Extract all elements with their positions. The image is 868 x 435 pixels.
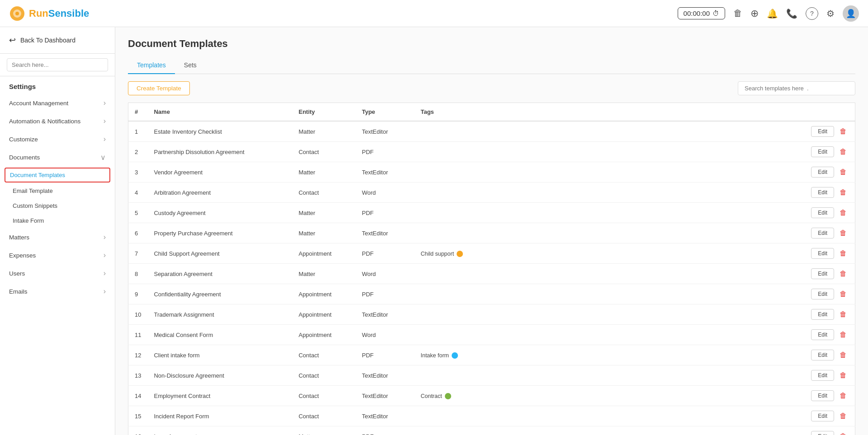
table-row: 14Employment ContractContactTextEditorCo… bbox=[128, 386, 855, 406]
phone-icon[interactable]: 📞 bbox=[786, 8, 797, 19]
logo[interactable]: RunSensible bbox=[9, 5, 89, 22]
cell-num: 11 bbox=[128, 325, 148, 345]
sidebar-item-documents[interactable]: Documents ∨ bbox=[0, 148, 115, 167]
tab-sets[interactable]: Sets bbox=[175, 57, 206, 74]
svg-point-2 bbox=[15, 12, 19, 15]
edit-button[interactable]: Edit bbox=[811, 167, 834, 178]
tab-templates[interactable]: Templates bbox=[128, 57, 175, 74]
sidebar-label-account: Account Management bbox=[9, 100, 68, 107]
delete-button[interactable]: 🗑 bbox=[838, 248, 849, 258]
tag-label: Intake form bbox=[420, 352, 449, 359]
sidebar-item-emails[interactable]: Emails › bbox=[0, 282, 115, 300]
back-to-dashboard[interactable]: ↩ Back To Dashboard bbox=[0, 27, 115, 54]
cell-num: 8 bbox=[128, 264, 148, 284]
cell-tags bbox=[414, 162, 801, 182]
cell-type: TextEditor bbox=[355, 162, 414, 182]
edit-button[interactable]: Edit bbox=[811, 329, 834, 340]
delete-button[interactable]: 🗑 bbox=[838, 126, 849, 136]
cell-actions: Edit 🗑 bbox=[801, 325, 855, 345]
cell-num: 10 bbox=[128, 304, 148, 325]
sidebar-sub-item-document-templates[interactable]: Document Templates bbox=[5, 168, 110, 182]
delete-button[interactable]: 🗑 bbox=[838, 269, 849, 279]
delete-button[interactable]: 🗑 bbox=[838, 391, 849, 401]
row-actions: Edit 🗑 bbox=[807, 167, 849, 178]
edit-button[interactable]: Edit bbox=[811, 431, 834, 435]
delete-button[interactable]: 🗑 bbox=[838, 167, 849, 177]
delete-button[interactable]: 🗑 bbox=[838, 228, 849, 238]
delete-button[interactable]: 🗑 bbox=[838, 147, 849, 157]
sidebar-item-automation[interactable]: Automation & Notifications › bbox=[0, 112, 115, 130]
delete-button[interactable]: 🗑 bbox=[838, 411, 849, 421]
cell-name: Custody Agreement bbox=[147, 203, 292, 223]
cell-name: Property Purchase Agreement bbox=[147, 223, 292, 243]
cell-tags bbox=[414, 203, 801, 223]
logo-text: RunSensible bbox=[29, 8, 89, 19]
col-header-num: # bbox=[128, 103, 148, 122]
settings-icon[interactable]: ⚙ bbox=[826, 8, 835, 19]
notification-icon[interactable]: 🔔 bbox=[767, 8, 778, 19]
main-layout: ↩ Back To Dashboard Settings Account Man… bbox=[0, 27, 868, 435]
row-actions: Edit 🗑 bbox=[807, 248, 849, 259]
delete-button[interactable]: 🗑 bbox=[838, 208, 849, 218]
sidebar-item-customize[interactable]: Customize › bbox=[0, 130, 115, 148]
table-row: 3Vendor AgreementMatterTextEditor Edit 🗑 bbox=[128, 162, 855, 182]
edit-button[interactable]: Edit bbox=[811, 228, 834, 239]
sidebar-item-account-management[interactable]: Account Management › bbox=[0, 94, 115, 112]
delete-button[interactable]: 🗑 bbox=[838, 309, 849, 319]
delete-button[interactable]: 🗑 bbox=[838, 370, 849, 380]
trash-icon[interactable]: 🗑 bbox=[733, 8, 742, 19]
delete-button[interactable]: 🗑 bbox=[838, 431, 849, 435]
sidebar-sub-item-email-template[interactable]: Email Template bbox=[0, 183, 115, 198]
help-icon[interactable]: ? bbox=[806, 7, 818, 20]
sidebar-item-expenses[interactable]: Expenses › bbox=[0, 246, 115, 264]
tag-dot-icon bbox=[457, 251, 463, 257]
sidebar-search-input[interactable] bbox=[7, 58, 108, 71]
chevron-right-icon: › bbox=[104, 269, 106, 277]
add-contact-icon[interactable]: ⊕ bbox=[750, 8, 759, 19]
cell-type: TextEditor bbox=[355, 304, 414, 325]
edit-button[interactable]: Edit bbox=[811, 309, 834, 320]
edit-button[interactable]: Edit bbox=[811, 390, 834, 401]
create-template-button[interactable]: Create Template bbox=[128, 81, 190, 95]
table-row: 16Loan AgreementMatterPDF Edit 🗑 bbox=[128, 426, 855, 435]
cell-tags bbox=[414, 264, 801, 284]
cell-type: TextEditor bbox=[355, 406, 414, 426]
cell-type: PDF bbox=[355, 203, 414, 223]
edit-button[interactable]: Edit bbox=[811, 248, 834, 259]
edit-button[interactable]: Edit bbox=[811, 187, 834, 198]
table-row: 9Confidentiality AgreementAppointmentPDF… bbox=[128, 284, 855, 304]
edit-button[interactable]: Edit bbox=[811, 370, 834, 381]
cell-actions: Edit 🗑 bbox=[801, 426, 855, 435]
cell-tags bbox=[414, 284, 801, 304]
timer-value: 00:00:00 bbox=[684, 9, 710, 17]
edit-button[interactable]: Edit bbox=[811, 350, 834, 360]
delete-button[interactable]: 🗑 bbox=[838, 350, 849, 360]
sidebar-sub-item-custom-snippets[interactable]: Custom Snippets bbox=[0, 198, 115, 213]
cell-name: Loan Agreement bbox=[147, 426, 292, 435]
delete-button[interactable]: 🗑 bbox=[838, 289, 849, 299]
delete-button[interactable]: 🗑 bbox=[838, 187, 849, 197]
cell-name: Vendor Agreement bbox=[147, 162, 292, 182]
edit-button[interactable]: Edit bbox=[811, 289, 834, 299]
sidebar-label-expenses: Expenses bbox=[9, 252, 36, 259]
search-templates-input[interactable] bbox=[738, 81, 855, 95]
sidebar-item-matters[interactable]: Matters › bbox=[0, 228, 115, 246]
user-avatar[interactable]: 👤 bbox=[843, 5, 859, 22]
col-header-entity: Entity bbox=[292, 103, 355, 122]
sidebar-item-users[interactable]: Users › bbox=[0, 264, 115, 282]
edit-button[interactable]: Edit bbox=[811, 146, 834, 157]
cell-name: Child Support Agreement bbox=[147, 243, 292, 264]
delete-button[interactable]: 🗑 bbox=[838, 330, 849, 340]
cell-tags bbox=[414, 121, 801, 142]
sidebar-sub-item-intake-form[interactable]: Intake Form bbox=[0, 213, 115, 228]
row-actions: Edit 🗑 bbox=[807, 228, 849, 239]
timer-display[interactable]: 00:00:00 ⏱ bbox=[678, 7, 725, 19]
cell-actions: Edit 🗑 bbox=[801, 284, 855, 304]
edit-button[interactable]: Edit bbox=[811, 207, 834, 218]
cell-name: Medical Consent Form bbox=[147, 325, 292, 345]
edit-button[interactable]: Edit bbox=[811, 411, 834, 421]
cell-type: PDF bbox=[355, 243, 414, 264]
table-row: 1Estate Inventory ChecklistMatterTextEdi… bbox=[128, 121, 855, 142]
edit-button[interactable]: Edit bbox=[811, 268, 834, 279]
edit-button[interactable]: Edit bbox=[811, 126, 834, 137]
